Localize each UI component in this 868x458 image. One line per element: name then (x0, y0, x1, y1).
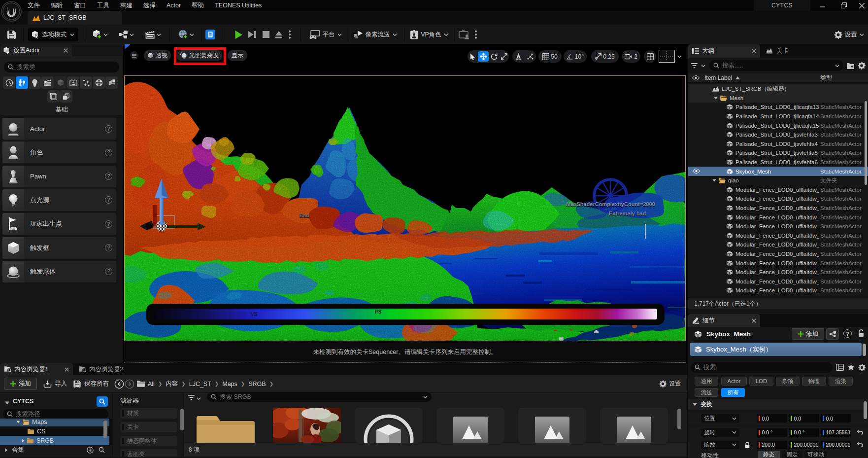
sources-search-toggle[interactable] (97, 396, 108, 407)
remote-session-button[interactable] (457, 28, 472, 41)
menu-select[interactable]: 选择 (138, 0, 161, 11)
outliner-row[interactable]: Modular_Fence_LOD0_ufflaitdw_StaticMeshA… (688, 240, 868, 249)
grid-snap-group[interactable]: 50 (538, 50, 562, 63)
breadcrumb-all[interactable]: All (148, 381, 155, 388)
components-scrollbar[interactable] (863, 344, 866, 356)
asset-texture-tile[interactable] (436, 408, 504, 443)
menu-window[interactable]: 窗口 (69, 0, 91, 11)
expanded-triangle-icon[interactable] (712, 179, 716, 182)
asset-folder-tile[interactable] (191, 408, 259, 444)
cb-settings-button[interactable]: 设置 (659, 378, 681, 390)
scale-z-field[interactable]: 200.00001 (821, 441, 851, 449)
outliner-search-input[interactable]: 搜索..... (709, 60, 843, 71)
outliner-row[interactable]: Palisade_Strut_LOD0_tjsvfehfa3StaticMesh… (688, 130, 868, 140)
camera-speed-group[interactable]: 2 (622, 50, 640, 63)
filters-scrollbar[interactable] (180, 409, 184, 430)
mode-selector[interactable]: 选项模式 (28, 28, 78, 41)
menu-teones-utilities[interactable]: TEONES Utilities (210, 0, 267, 11)
outliner-row[interactable]: Modular_Fence_LOD0_ufflaitdw_StaticMeshA… (688, 204, 868, 213)
chip-actor[interactable]: Actor (721, 377, 747, 386)
chip-misc[interactable]: 杂项 (776, 377, 800, 386)
asset-texture-tile[interactable] (518, 408, 586, 443)
menu-help[interactable]: 帮助 (187, 0, 209, 11)
eject-button[interactable] (272, 28, 286, 41)
breadcrumb-content[interactable]: 内容 (166, 380, 178, 388)
column-type[interactable]: 类型 (820, 74, 832, 82)
menu-actor[interactable]: Actor (162, 0, 186, 11)
bridge-button[interactable] (204, 28, 217, 41)
world-coordinate-button[interactable] (513, 53, 524, 60)
reset-arrow-icon[interactable] (857, 429, 863, 435)
add-collection-icon[interactable] (87, 447, 94, 454)
category-lights-icon[interactable] (29, 76, 41, 89)
restore-button[interactable] (836, 0, 851, 11)
category-shapes-icon[interactable] (54, 76, 67, 89)
category-effects-icon[interactable] (80, 76, 92, 89)
select-tool-button[interactable] (467, 50, 477, 63)
toolbar-settings-button[interactable]: 设置 (833, 28, 865, 41)
display-options-icon[interactable] (836, 364, 844, 371)
details-scrollbar[interactable] (864, 401, 867, 419)
scale-y-field[interactable]: 200.00001 (789, 441, 819, 449)
levels-tab[interactable]: 关卡 (762, 44, 816, 58)
cb-import-button[interactable]: 导入 (43, 378, 67, 390)
cb-path-folder-icon[interactable] (136, 378, 145, 390)
edit-blueprint-button[interactable] (826, 328, 839, 340)
outliner-row[interactable]: Modular_Fence_LOD0_ufflaitdw_StaticMeshA… (688, 194, 868, 204)
tree-row-maps[interactable]: Maps (0, 419, 109, 426)
visibility-eye-icon[interactable] (693, 169, 700, 174)
scale-snap-group[interactable]: 0.25 (591, 50, 619, 63)
cb-back-button[interactable] (114, 378, 124, 390)
filter-material[interactable]: 材质 (120, 408, 177, 419)
transform-section-header[interactable]: 变换 (688, 399, 868, 410)
column-item-label[interactable]: Item Label (704, 74, 732, 81)
location-z-field[interactable]: 0.0 (821, 414, 851, 423)
rotate-tool-button[interactable] (489, 50, 499, 63)
outliner-row-mesh-folder[interactable]: Mesh (688, 94, 868, 103)
sources-collapse-triangle[interactable] (5, 401, 9, 405)
chip-rendering[interactable]: 渲染 (829, 377, 853, 386)
category-media-icon[interactable] (93, 76, 105, 89)
menu-tools[interactable]: 工具 (92, 0, 114, 11)
play-button[interactable] (232, 28, 245, 41)
search-options-chevron[interactable] (835, 64, 839, 68)
menu-edit[interactable]: 编辑 (46, 0, 68, 11)
stop-button[interactable] (259, 28, 273, 41)
chip-streaming[interactable]: 流送 (695, 388, 718, 397)
lock-icon[interactable] (744, 442, 750, 449)
outliner-settings-gear-icon[interactable] (858, 62, 866, 70)
platform-button[interactable]: 平台 (306, 28, 344, 41)
surface-snap-button[interactable] (525, 53, 535, 60)
asset-search-input[interactable]: 搜索 SRGB (207, 392, 432, 402)
minimize-button[interactable] (815, 0, 830, 11)
cb-add-button[interactable]: 添加 (4, 378, 37, 390)
filter-icon[interactable] (691, 63, 698, 69)
blueprints-button[interactable] (115, 28, 137, 41)
search-options-chevron[interactable] (423, 395, 428, 399)
close-icon[interactable] (64, 48, 68, 53)
chip-all[interactable]: 所有 (721, 388, 745, 397)
place-item-triggersphere[interactable]: 触发球体? (2, 261, 116, 282)
place-item-triggerbox[interactable]: 触发框? (2, 237, 116, 259)
category-basic-icon[interactable] (16, 76, 28, 89)
viewport-3d-scene[interactable]: Bad MaxShaderComplexityCount=2000 Extrem… (124, 75, 686, 341)
filter-level[interactable]: 关卡 (120, 422, 177, 432)
angle-snap-group[interactable]: 10° (564, 50, 587, 63)
help-icon[interactable]: ? (843, 329, 852, 338)
mobility-static-button[interactable]: 静态 (758, 451, 780, 458)
unreal-engine-logo[interactable] (0, 0, 22, 22)
project-launch-button[interactable] (174, 28, 197, 41)
add-actor-button[interactable] (90, 28, 110, 41)
close-icon[interactable] (752, 318, 756, 323)
collapsed-triangle-icon[interactable] (22, 439, 25, 443)
outliner-row[interactable]: Modular_Fence_LOD0_ufflaitdw_StaticMeshA… (688, 258, 868, 268)
content-browser-tab-1[interactable]: 内容浏览器1 (0, 363, 73, 375)
mobility-stationary-button[interactable]: 固定 (782, 451, 802, 458)
details-search-input[interactable]: 搜索 (691, 362, 833, 373)
level-tab[interactable]: LJC_ST_SRGB (28, 11, 122, 25)
category-panels-icon[interactable] (47, 90, 60, 103)
close-icon[interactable] (65, 367, 69, 372)
component-instance-row[interactable]: Skybox_Mesh（实例） (690, 343, 862, 356)
outliner-row[interactable]: Modular_Fence_LOD0_ufflaitdw_StaticMeshA… (688, 286, 868, 295)
menu-file[interactable]: 文件 (23, 0, 45, 11)
